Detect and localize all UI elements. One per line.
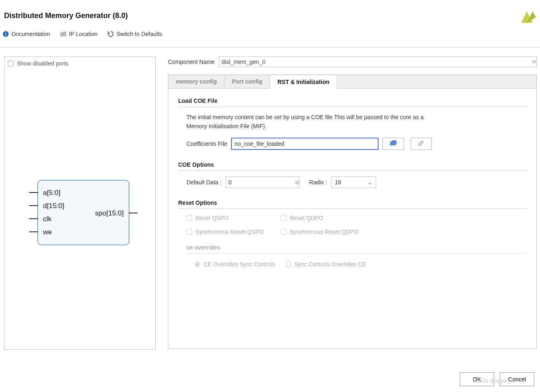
edit-icon xyxy=(418,140,424,147)
component-name-input[interactable] xyxy=(219,57,537,67)
port-d: d[15:0] xyxy=(43,202,64,210)
radio-icon xyxy=(195,261,200,267)
coe-options-title: COE Options xyxy=(178,161,526,171)
load-coe-text: The initial memory content can be set by… xyxy=(186,113,432,131)
documentation-label: Documentation xyxy=(11,31,50,37)
switch-defaults-label: Switch to Defaults xyxy=(116,31,162,37)
ip-symbol: a[5:0] d[15:0] clk we spo[15:0] xyxy=(37,180,129,245)
default-data-input[interactable] xyxy=(226,177,299,188)
checkbox-icon xyxy=(8,61,14,66)
ip-location-link[interactable]: IP Location xyxy=(60,31,98,37)
ip-preview-panel: Show disabled ports a[5:0] d[15:0] clk w… xyxy=(4,57,156,350)
xilinx-logo-icon xyxy=(518,9,536,27)
radix-label: Radix : xyxy=(309,179,327,186)
coefficients-file-input[interactable] xyxy=(231,138,379,150)
ce-overrides-title: ce overrides xyxy=(186,244,526,254)
reset-options-title: Reset Options xyxy=(178,199,526,209)
radix-select[interactable]: 16 ⌄ xyxy=(331,177,376,188)
default-data-label: Default Data : xyxy=(186,179,222,186)
chevron-down-icon: ⌄ xyxy=(368,179,372,186)
clear-default-icon[interactable]: ⊗ xyxy=(295,179,299,186)
edit-button[interactable] xyxy=(411,138,432,150)
ip-location-label: IP Location xyxy=(69,31,98,37)
switch-defaults-link[interactable]: Switch to Defaults xyxy=(107,31,162,37)
tab-memory-config[interactable]: memory config xyxy=(168,75,225,88)
folder-open-icon xyxy=(390,140,397,147)
show-disabled-ports-checkbox[interactable]: Show disabled ports xyxy=(8,60,152,67)
svg-text:i: i xyxy=(5,32,7,36)
config-tabs: memory config Port config RST & Initiali… xyxy=(168,75,537,88)
toolbar: i Documentation IP Location Switch to De… xyxy=(0,27,540,47)
dialog-title: Distributed Memory Generator (8.0) xyxy=(0,0,540,27)
port-spo: spo[15:0] xyxy=(95,209,124,218)
load-coe-title: Load COE File xyxy=(178,97,526,107)
port-we: we xyxy=(43,228,52,236)
ce-overrides-sync-radio: CE Overrides Sync Controls xyxy=(195,261,275,267)
documentation-link[interactable]: i Documentation xyxy=(2,31,50,37)
cancel-button[interactable]: Cancel xyxy=(500,372,534,386)
port-a: a[5:0] xyxy=(43,189,61,197)
ok-button[interactable]: OK xyxy=(460,372,494,386)
sync-overrides-ce-radio: Sync Controls Overrides CE xyxy=(285,261,366,267)
tab-rst-init[interactable]: RST & Initialization xyxy=(270,75,337,88)
sync-reset-qdpo-checkbox: Synchronous Reset QDPO xyxy=(281,229,375,235)
clear-icon[interactable]: ✕ xyxy=(532,59,537,65)
show-disabled-ports-label: Show disabled ports xyxy=(17,60,68,67)
folder-icon xyxy=(60,31,66,37)
browse-button[interactable] xyxy=(383,138,404,150)
refresh-icon xyxy=(107,31,114,37)
component-name-label: Component Name xyxy=(168,59,215,65)
radio-icon xyxy=(285,261,291,267)
reset-qdpo-checkbox: Reset QDPO xyxy=(281,215,375,221)
info-icon: i xyxy=(2,31,9,37)
tab-port-config[interactable]: Port config xyxy=(225,75,270,88)
tab-content: Load COE File The initial memory content… xyxy=(168,88,537,349)
sync-reset-qspo-checkbox: Synchronous Reset QSPO xyxy=(186,229,281,235)
coefficients-file-label: Coefficients File xyxy=(186,140,227,147)
radix-value: 16 xyxy=(335,179,341,186)
reset-qspo-checkbox: Reset QSPO xyxy=(186,215,281,221)
port-clk: clk xyxy=(43,215,52,223)
